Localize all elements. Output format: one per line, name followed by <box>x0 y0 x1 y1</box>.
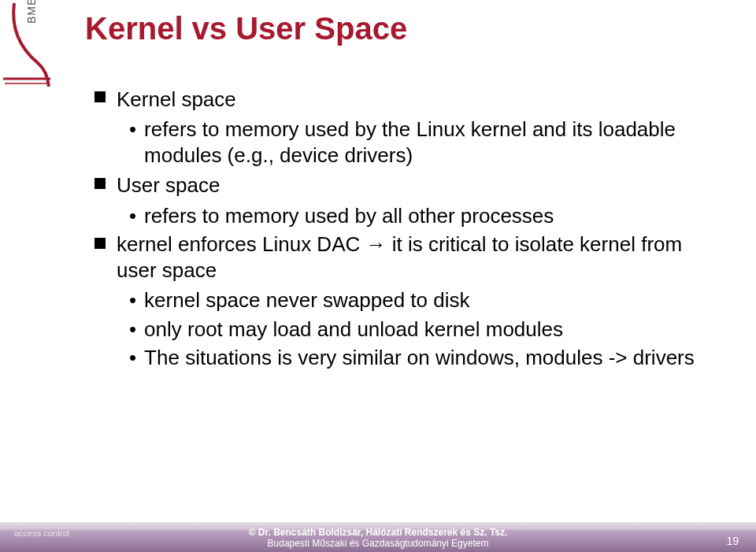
square-bullet-icon <box>94 178 106 189</box>
logo-strip: BME <box>0 0 54 552</box>
bullet-text: only root may load and unload kernel mod… <box>144 317 563 343</box>
sub-bullet: •refers to memory used by all other proc… <box>129 203 709 229</box>
footer-center: © Dr. Bencsáth Boldizsár, Hálózati Rends… <box>0 528 756 550</box>
bullet-kernel-space: Kernel space <box>94 85 709 112</box>
sub-bullet: •kernel space never swapped to disk <box>129 287 709 313</box>
footer-institution: Budapesti Műszaki és Gazdaságtudományi E… <box>0 539 756 550</box>
bme-label: BME <box>25 0 38 24</box>
dot-bullet-icon: • <box>129 287 136 313</box>
dot-bullet-icon: • <box>129 203 136 229</box>
square-bullet-icon <box>94 238 106 249</box>
text-fragment: kernel enforces Linux DAC <box>117 232 365 256</box>
slide-content: Kernel space •refers to memory used by t… <box>94 85 709 374</box>
bullet-kernel-enforces: kernel enforces Linux DAC → it is critic… <box>94 232 709 283</box>
sub-bullet: •refers to memory used by the Linux kern… <box>129 117 709 168</box>
slide: BME Kernel vs User Space Kernel space •r… <box>0 0 756 552</box>
page-number: 19 <box>726 535 739 547</box>
arrow-icon: → <box>365 232 386 256</box>
bullet-user-space: User space <box>94 171 709 198</box>
bullet-label: Kernel space <box>117 87 236 111</box>
bullet-text: refers to memory used by all other proce… <box>144 203 554 229</box>
sub-bullet: •only root may load and unload kernel mo… <box>129 317 709 343</box>
footer: access control © Dr. Bencsáth Boldizsár,… <box>0 517 756 552</box>
footer-copyright: © Dr. Bencsáth Boldizsár, Hálózati Rends… <box>0 528 756 539</box>
dot-bullet-icon: • <box>129 317 136 343</box>
bullet-text: kernel space never swapped to disk <box>144 287 469 313</box>
bullet-text: The situations is very similar on window… <box>144 345 695 371</box>
dot-bullet-icon: • <box>129 345 136 371</box>
bullet-text: refers to memory used by the Linux kerne… <box>144 117 695 168</box>
dot-bullet-icon: • <box>129 117 136 143</box>
sub-bullet: •The situations is very similar on windo… <box>129 345 709 371</box>
square-bullet-icon <box>94 91 106 102</box>
bullet-label: User space <box>117 173 220 197</box>
slide-title: Kernel vs User Space <box>85 11 407 46</box>
bullet-text: kernel enforces Linux DAC → it is critic… <box>117 232 699 283</box>
